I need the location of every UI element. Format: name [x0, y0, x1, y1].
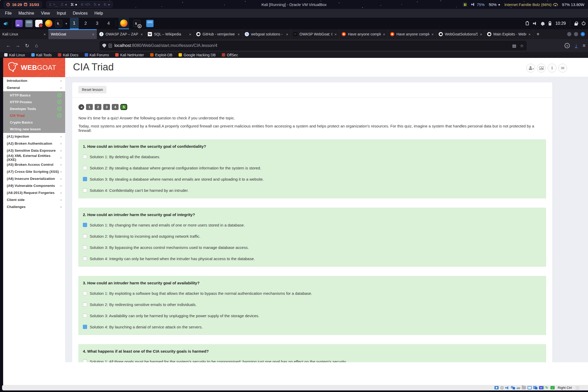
- optical-drive-status-icon[interactable]: [500, 386, 504, 390]
- sidebar-item-developer-tools[interactable]: Developer Tools✓: [3, 105, 65, 112]
- host-workspace-3[interactable]: 3: ●: [71, 2, 77, 7]
- reader-mode-icon[interactable]: ▤: [512, 43, 516, 48]
- sidebar-item-a3-sensitive-data[interactable]: (A3) Sensitive Data Exposure›: [3, 147, 65, 154]
- reload-button[interactable]: ↻: [22, 41, 32, 50]
- q4-option-1[interactable]: Solution 1: All three goals must be harm…: [83, 358, 541, 362]
- page-button-5-active[interactable]: 5: [120, 104, 127, 110]
- checkbox-unchecked[interactable]: [83, 155, 87, 159]
- kali-menu-button[interactable]: [3, 20, 10, 27]
- firefox-task-button[interactable]: [119, 18, 129, 29]
- scoreboard-button[interactable]: [537, 64, 546, 72]
- tab-webgoat-solutions-search[interactable]: G webgoat solutions - ×: [242, 29, 291, 39]
- tab-close-icon[interactable]: ×: [431, 32, 434, 36]
- tab-webgoat-active[interactable]: WebGoat ×: [48, 29, 97, 39]
- q2-option-4[interactable]: Solution 4: Integrity can only be harmed…: [83, 255, 541, 262]
- checkbox-checked[interactable]: [83, 325, 87, 329]
- q3-option-3[interactable]: Solution 3: Availability can only be har…: [83, 313, 541, 319]
- text-editor-icon[interactable]: [35, 20, 42, 27]
- tab-reddit-2[interactable]: Have anyone comple ×: [388, 29, 436, 39]
- new-tab-button[interactable]: +: [533, 29, 543, 39]
- window-maximize-button[interactable]: [574, 32, 578, 36]
- tab-webgoatsolutions[interactable]: WebGoatSolutions/S ×: [436, 29, 485, 39]
- checkbox-unchecked[interactable]: [83, 314, 87, 318]
- window-minimize-button[interactable]: [567, 32, 571, 36]
- tab-owasp-webgoat[interactable]: ·· OWASP WebGoat: G ×: [291, 29, 339, 39]
- sidebar-item-general[interactable]: General›: [3, 84, 65, 91]
- sidebar-item-writing-new-lesson[interactable]: Writing new lesson: [3, 126, 65, 132]
- sidebar-item-challenges[interactable]: Challenges›: [3, 203, 65, 210]
- shared-folders-status-icon[interactable]: [522, 386, 526, 389]
- q2-option-3[interactable]: Solution 3: By bypassing the access cont…: [83, 244, 541, 250]
- machine-windows-status-icon[interactable]: [533, 386, 537, 389]
- checkbox-unchecked[interactable]: [83, 291, 87, 295]
- checkbox-checked[interactable]: [83, 177, 87, 181]
- sidebar-item-a82013-request-forgeries[interactable]: (A8:2013) Request Forgeries›: [3, 189, 65, 196]
- sidebar-item-http-basics[interactable]: HTTP Basics✓: [3, 92, 65, 99]
- workspace-button-2[interactable]: 2: [81, 18, 90, 29]
- mouse-integration-status-icon[interactable]: ↓: [550, 386, 555, 389]
- checkbox-unchecked[interactable]: [83, 245, 87, 249]
- network-widget[interactable]: Internet Familie Bolz (66%): [504, 2, 558, 7]
- q1-option-4[interactable]: Solution 4: Confidentiality can't be har…: [83, 187, 541, 193]
- tab-close-icon[interactable]: ×: [92, 32, 94, 36]
- brightness-widget[interactable]: 50%●: [489, 2, 500, 7]
- host-workspace-4[interactable]: 4: </>: [81, 2, 90, 7]
- tab-close-icon[interactable]: ×: [140, 32, 143, 36]
- q2-option-2[interactable]: Solution 2: By listening to incoming and…: [83, 233, 541, 239]
- bookmark-kali-docs[interactable]: Kali Docs: [58, 53, 78, 57]
- volume-widget[interactable]: 75%: [471, 2, 485, 7]
- tab-github-vernjan[interactable]: GitHub - vernjan/we ×: [194, 29, 242, 39]
- sidebar-item-a7-xss[interactable]: (A7) Cross-Site Scripting (XSS)›: [3, 168, 65, 175]
- tab-close-icon[interactable]: ×: [480, 32, 482, 36]
- checkbox-unchecked[interactable]: [83, 188, 87, 192]
- sidebar-item-a4-xxe[interactable]: (A4) XML External Entities (XXE)›: [3, 154, 65, 161]
- sidebar-item-crypto-basics[interactable]: Crypto Basics: [3, 119, 65, 126]
- network-status-icon[interactable]: [511, 386, 515, 389]
- checkbox-unchecked[interactable]: [83, 302, 87, 307]
- page-button-4[interactable]: 4: [112, 104, 119, 110]
- pocket-icon[interactable]: ∨: [565, 43, 570, 48]
- sidebar-item-introduction[interactable]: Introduction›: [3, 77, 65, 84]
- tab-close-icon[interactable]: ×: [334, 32, 337, 36]
- terminal-dropdown-caret[interactable]: ▾: [65, 22, 67, 26]
- bookmark-exploit-db[interactable]: Exploit-DB: [150, 53, 172, 57]
- tab-close-icon[interactable]: ×: [528, 32, 531, 36]
- audio-icon[interactable]: [533, 22, 537, 25]
- workspace-button-1[interactable]: 1: [70, 18, 79, 29]
- sidebar-item-a1-injection[interactable]: (A1) Injection›: [3, 133, 65, 140]
- q1-option-2[interactable]: Solution 2: By stealing a database where…: [83, 165, 541, 171]
- url-text[interactable]: localhost:8080/WebGoat/start.mvc#lesson/…: [114, 43, 510, 48]
- display-status-icon[interactable]: [528, 386, 532, 389]
- tab-close-icon[interactable]: ×: [237, 32, 240, 36]
- bookmark-kali-linux[interactable]: Kali Linux: [4, 53, 25, 57]
- q3-option-4[interactable]: Solution 4: By launching a denial of ser…: [83, 324, 541, 330]
- host-workspace-5[interactable]: 5: ●: [94, 2, 100, 7]
- host-workspace-1[interactable]: 1: >_: [49, 2, 57, 7]
- terminal-task-button[interactable]: $_ 3: [132, 18, 142, 29]
- audio-status-icon[interactable]: [505, 386, 509, 390]
- sidebar-item-a2-broken-authentication[interactable]: (A2) Broken Authentication›: [3, 140, 65, 147]
- bookmark-google-hacking-db[interactable]: Google Hacking DB: [179, 53, 216, 57]
- sidebar-item-a9-vulnerable-components[interactable]: (A9) Vulnerable Components›: [3, 182, 65, 189]
- tab-close-icon[interactable]: ×: [189, 32, 191, 36]
- q1-option-1[interactable]: Solution 1: By deleting all the database…: [83, 154, 541, 160]
- back-button[interactable]: ←: [4, 41, 13, 50]
- harddisk-status-icon[interactable]: [494, 386, 499, 389]
- reset-lesson-button[interactable]: Reset lesson: [78, 86, 106, 93]
- home-button[interactable]: ⌂: [32, 41, 41, 50]
- menu-file[interactable]: File: [2, 9, 15, 18]
- firefox-launcher-icon[interactable]: [45, 20, 52, 27]
- tab-owasp-zap[interactable]: Z OWASP ZAP – ZAP ×: [97, 29, 145, 39]
- q1-option-3[interactable]: Solution 3: By stealing a database where…: [83, 176, 541, 182]
- menu-machine[interactable]: Machine: [15, 9, 38, 18]
- bookmark-offsec[interactable]: OffSec: [222, 53, 238, 57]
- menu-input[interactable]: Input: [53, 9, 70, 18]
- tab-kali-linux[interactable]: Kali Linux ×: [0, 29, 48, 39]
- url-bar[interactable]: localhost:8080/WebGoat/start.mvc#lesson/…: [100, 41, 526, 50]
- lock-screen-icon[interactable]: [574, 23, 578, 26]
- recording-status-icon[interactable]: V: [539, 386, 543, 389]
- bookmark-star-icon[interactable]: ☆: [520, 43, 524, 48]
- prev-page-button[interactable]: ◀: [78, 104, 84, 110]
- systray-app-icon[interactable]: [463, 2, 467, 7]
- sidebar-item-a5-broken-access[interactable]: (A5) Broken Access Control›: [3, 161, 65, 168]
